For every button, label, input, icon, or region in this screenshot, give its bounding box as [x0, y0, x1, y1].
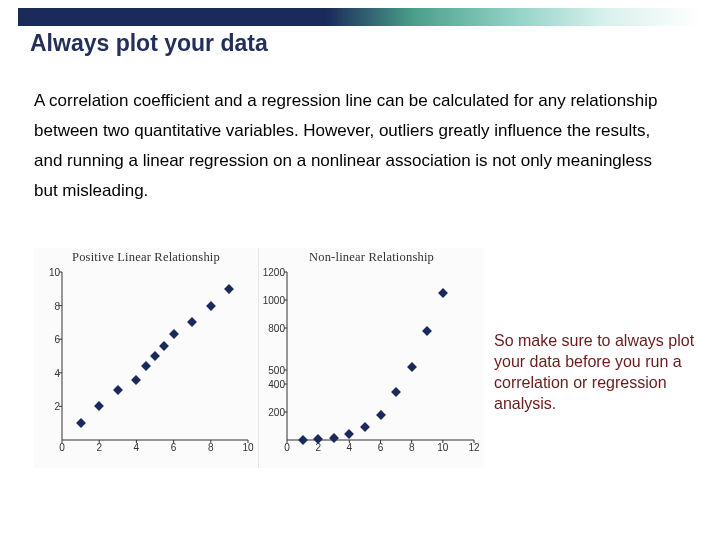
slide: Always plot your data A correlation coef…	[0, 0, 720, 540]
y-axis-labels: 246810	[38, 272, 60, 440]
chart-nonlinear: Non-linear Relationship 2004005008001000…	[259, 248, 484, 468]
slide-title: Always plot your data	[30, 30, 268, 57]
chart-title: Non-linear Relationship	[259, 250, 484, 265]
body-paragraph: A correlation coefficient and a regressi…	[34, 86, 674, 206]
decorative-top-bar	[18, 8, 702, 26]
callout-text: So make sure to always plot your data be…	[494, 330, 704, 414]
x-axis-labels: 0246810	[62, 442, 248, 456]
chart-plot-area: 20040050080010001200 024681012	[287, 272, 474, 440]
chart-plot-area: 246810 0246810	[62, 272, 248, 440]
x-axis-labels: 024681012	[287, 442, 474, 456]
chart-title: Positive Linear Relationship	[34, 250, 258, 265]
y-axis-labels: 20040050080010001200	[263, 272, 285, 440]
charts-row: Positive Linear Relationship 246810 0246…	[34, 248, 484, 468]
chart-linear: Positive Linear Relationship 246810 0246…	[34, 248, 259, 468]
